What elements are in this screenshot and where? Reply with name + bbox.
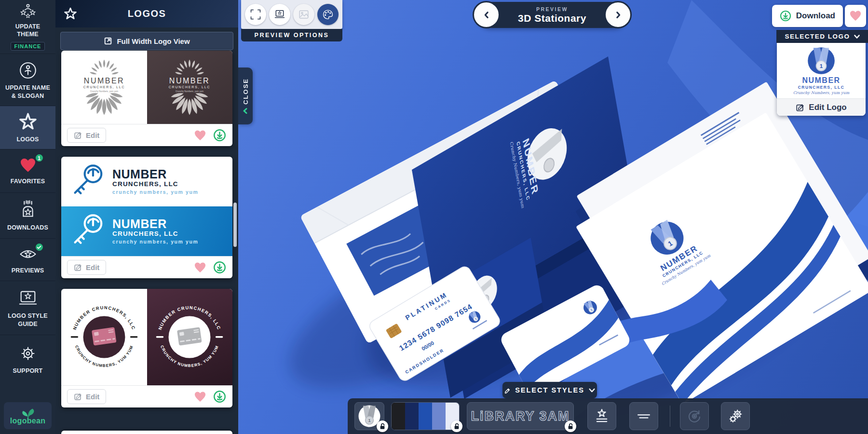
edit-logo-button[interactable]: Edit (67, 260, 106, 275)
refresh-gear-icon (686, 408, 703, 424)
favorite-heart-button[interactable] (193, 390, 207, 404)
sidebar-item-label: LOGOS (4, 136, 52, 143)
close-label: CLOSE (242, 78, 249, 105)
download-logo-button[interactable] (212, 128, 227, 143)
download-logo-button[interactable] (212, 260, 227, 275)
sidebar-item-logos[interactable]: LOGOS (0, 106, 55, 149)
download-button[interactable]: Download (772, 5, 843, 27)
sidebar-item-label: PREVIEWS (4, 267, 52, 274)
laptop-star-icon (273, 8, 286, 21)
logo-text: NUMBER CRUNCHERS, LLC crunchy numbers, y… (112, 168, 198, 195)
star-icon[interactable] (63, 7, 78, 21)
logo-name-line2: CRUNCHERS, LLC (83, 85, 125, 89)
open-padlock-icon (379, 423, 386, 430)
logo-name-line2: CRUNCHERS, LLC (112, 180, 198, 188)
chevron-down-icon (589, 387, 595, 393)
heart-icon (849, 9, 862, 23)
favorite-preview-button[interactable] (845, 5, 866, 27)
chevron-right-icon (614, 11, 623, 19)
preview-kicker: PREVIEW (536, 6, 568, 12)
edit-logo-label: Edit Logo (809, 103, 846, 112)
image-preview-button[interactable] (293, 4, 314, 25)
sidebar-item-label: LOGO STYLE GUIDE (4, 312, 52, 328)
logobean-brand[interactable]: logobean (4, 402, 52, 429)
sidebar-item-previews[interactable]: PREVIEWS (0, 239, 55, 281)
pencil-icon (74, 393, 82, 401)
sidebar-item-support[interactable]: SUPPORT (0, 335, 55, 382)
download-logo-button[interactable] (212, 390, 227, 404)
font-name-text: LiBRARY 3AM (471, 409, 570, 423)
card-footer: Edit (61, 124, 232, 146)
logo-card-key[interactable]: NUMBER CRUNCHERS, LLC crunchy numbers, y… (61, 157, 232, 278)
image-icon (298, 8, 310, 21)
sidebar-item-update-name-slogan[interactable]: UPDATE NAME & SLOGAN (0, 54, 55, 106)
logo-name-line2: CRUNCHERS, LLC (169, 85, 211, 89)
heart-icon (19, 156, 37, 175)
sidebar-item-favorites[interactable]: 1 FAVORITES (0, 149, 55, 193)
favorite-heart-button[interactable] (193, 128, 207, 143)
favorite-heart-button[interactable] (193, 260, 207, 275)
sidebar-item-label: FAVORITES (4, 177, 52, 185)
swatch-2 (405, 403, 419, 430)
selected-logo-header[interactable]: SELECTED LOGO (776, 30, 868, 43)
close-panel-tab[interactable]: CLOSE (238, 68, 253, 124)
logo-icon-selector[interactable] (587, 402, 616, 430)
selected-logo-slogan: Crunchy Numbers, yum yum (793, 91, 850, 95)
edit-logo-button[interactable]: Edit (67, 128, 106, 143)
selected-logo-preview: NUMBER CRUNCHERS, LLC Crunchy Numbers, y… (777, 43, 866, 98)
lock-colors-toggle[interactable] (451, 420, 462, 432)
download-icon (780, 10, 791, 22)
color-palette-selector[interactable] (391, 402, 460, 430)
fullscreen-button[interactable] (245, 4, 266, 25)
font-selector[interactable]: LiBRARY 3AM (467, 402, 574, 430)
layout-selector[interactable] (629, 402, 658, 430)
card-footer: Edit (61, 385, 232, 407)
logo-variant-light: NUMBER CRUNCHERS, LLC Crunchy Numbers, y… (61, 51, 147, 124)
lock-logo-toggle[interactable] (377, 420, 388, 432)
style-settings-button[interactable] (721, 402, 750, 430)
fullscreen-icon (249, 8, 262, 21)
palette-swatches (392, 403, 459, 430)
toolbar-divider (670, 406, 670, 427)
sidebar-item-label: DOWNLOADS (4, 224, 52, 231)
edit-logo-button[interactable]: Edit Logo (777, 98, 866, 116)
lock-font-toggle[interactable] (565, 420, 576, 432)
next-preview-button[interactable] (604, 1, 632, 28)
next-logo-card-peek (61, 431, 232, 434)
logo-card-feather[interactable]: NUMBER CRUNCHERS, LLC Crunchy Numbers, y… (61, 51, 232, 146)
logo-name-line1: NUMBER (169, 77, 210, 85)
edit-label: Edit (86, 263, 99, 271)
logo-variant-dark: NUMBER CRUNCHERS, LLC Crunchy Numbers, y… (147, 51, 233, 124)
edit-label: Edit (86, 131, 99, 139)
edit-logo-button[interactable]: Edit (67, 389, 106, 404)
previous-preview-button[interactable] (473, 1, 500, 28)
logo-variant-maroon: NUMBER CRUNCHERS, LLC CRUNCHY NUMBERS, Y… (147, 289, 233, 385)
palette-icon (322, 8, 334, 21)
preview-nav: PREVIEW 3D Stationary (477, 2, 627, 28)
regenerate-button[interactable] (680, 402, 709, 430)
full-width-logo-view-button[interactable]: Full Width Logo View (60, 32, 233, 50)
sidebar: UPDATE THEME FINANCE UPDATE NAME & SLOGA… (0, 0, 55, 434)
logobean-app: UPDATE THEME FINANCE UPDATE NAME & SLOGA… (0, 0, 868, 434)
card-footer: Edit (61, 256, 232, 278)
style-guide-preview-button[interactable] (269, 4, 290, 25)
style-toolbar: LiBRARY 3AM (348, 398, 868, 434)
swatch-4 (432, 403, 446, 430)
logo-name-line1: NUMBER (84, 77, 124, 85)
selected-logo-name1: NUMBER (802, 76, 840, 85)
download-label: Download (796, 11, 835, 21)
sidebar-item-update-theme[interactable]: UPDATE THEME FINANCE (0, 0, 55, 54)
select-styles-button[interactable]: SELECT STYLES (502, 382, 597, 398)
panel-scrollbar[interactable] (233, 203, 237, 247)
feather-wreath-logo: NUMBER CRUNCHERS, LLC Crunchy Numbers, y… (153, 56, 226, 119)
expand-icon (104, 37, 112, 45)
sidebar-item-label: UPDATE NAME & SLOGAN (4, 84, 52, 100)
color-palette-button[interactable] (317, 4, 339, 25)
logo-name-line1: NUMBER (112, 168, 198, 180)
logo-card-credit-badge[interactable]: NUMBER CRUNCHERS, LLC CRUNCHY NUMBERS, Y… (61, 289, 232, 407)
sidebar-item-logo-style-guide[interactable]: LOGO STYLE GUIDE (0, 281, 55, 335)
person-info-icon (17, 60, 39, 81)
sidebar-item-label: UPDATE THEME (4, 23, 52, 39)
sidebar-item-downloads[interactable]: DOWNLOADS (0, 193, 55, 239)
sidebar-item-label: SUPPORT (4, 367, 52, 375)
